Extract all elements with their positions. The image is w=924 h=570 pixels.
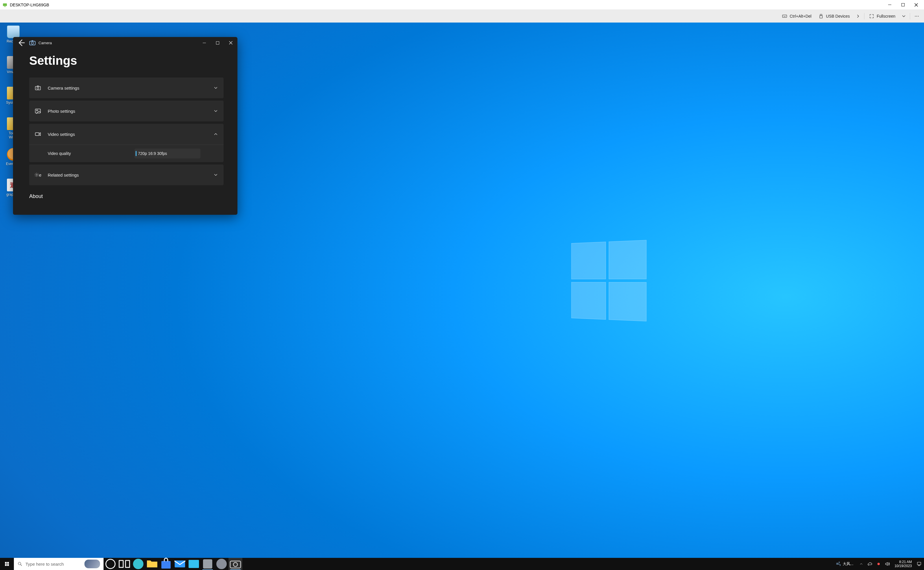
chevron-right-icon — [855, 14, 861, 19]
chevron-down-icon — [213, 85, 218, 90]
task-store[interactable] — [159, 558, 173, 570]
svg-point-31 — [233, 562, 238, 567]
task-mail[interactable] — [173, 558, 187, 570]
tray-weather[interactable]: 大风... — [833, 561, 856, 567]
ellipsis-icon — [914, 14, 919, 19]
task-settings[interactable] — [215, 558, 229, 570]
svg-point-21 — [106, 559, 115, 568]
wind-icon — [836, 561, 841, 567]
video-settings-row[interactable]: Video settings — [29, 124, 224, 144]
photos-icon — [187, 557, 201, 570]
back-button[interactable] — [15, 37, 26, 49]
camera-maximize-button[interactable] — [211, 37, 224, 49]
tray-overflow-button[interactable] — [858, 558, 864, 570]
svg-point-11 — [37, 87, 39, 89]
guest-desktop[interactable]: Recycl... VmwA... Sysinte... Tools- Win.… — [0, 23, 924, 570]
video-quality-label: Video quality — [48, 151, 135, 156]
toolbar-separator — [910, 13, 910, 19]
svg-point-24 — [133, 559, 143, 569]
svg-rect-23 — [126, 561, 130, 567]
svg-rect-4 — [820, 15, 822, 18]
camera-close-button[interactable] — [224, 37, 238, 49]
record-icon — [876, 562, 881, 566]
camera-window-titlebar[interactable]: Camera — [13, 37, 238, 49]
windows-icon — [5, 561, 9, 567]
toolbar-separator — [864, 13, 864, 19]
svg-point-20 — [18, 562, 21, 565]
tray-onedrive[interactable] — [867, 558, 873, 570]
vm-toolbar: Ctrl+Alt+Del USB Devices Fullscreen — [0, 10, 924, 23]
svg-rect-3 — [820, 14, 822, 15]
svg-rect-19 — [7, 564, 9, 566]
usb-icon — [818, 14, 824, 19]
speaker-icon — [885, 561, 890, 567]
camera-minimize-button[interactable] — [198, 37, 211, 49]
video-icon — [34, 131, 41, 138]
taskbar-search[interactable]: Type here to search — [14, 558, 104, 570]
tray-clock[interactable]: 8:21 AM 10/19/2023 — [893, 560, 913, 568]
tray-recording[interactable] — [875, 558, 882, 570]
svg-rect-17 — [7, 562, 9, 564]
task-explorer[interactable] — [145, 558, 159, 570]
taskbar-pinned — [104, 558, 243, 570]
camera-icon — [34, 84, 41, 91]
page-title: Settings — [29, 54, 224, 67]
fullscreen-more-button[interactable] — [899, 12, 908, 21]
task-photos[interactable] — [187, 558, 201, 570]
svg-point-7 — [918, 16, 918, 17]
svg-rect-16 — [5, 562, 7, 564]
svg-rect-27 — [189, 560, 199, 568]
host-close-button[interactable] — [910, 0, 923, 10]
video-quality-row: Video quality 720p 16:9 30fps — [29, 145, 224, 162]
fullscreen-icon — [869, 14, 874, 19]
chevron-down-icon — [901, 14, 906, 19]
taskbar-tray: 大风... 8:21 AM 10/19/2023 — [832, 558, 924, 570]
tray-action-center[interactable] — [916, 558, 922, 570]
usb-devices-button[interactable]: USB Devices — [815, 12, 853, 21]
video-settings-panel: Video quality 720p 16:9 30fps — [29, 144, 224, 162]
search-placeholder: Type here to search — [25, 562, 64, 567]
svg-rect-1 — [4, 6, 6, 7]
task-vmware[interactable] — [201, 558, 215, 570]
task-edge[interactable] — [131, 558, 145, 570]
cloud-icon — [867, 561, 873, 567]
mail-icon — [173, 557, 187, 570]
taskview-icon — [117, 557, 131, 570]
related-settings-row[interactable]: e Related settings — [29, 164, 224, 185]
svg-rect-33 — [917, 562, 921, 565]
folder-icon — [145, 557, 159, 570]
camera-app-icon — [29, 40, 36, 45]
task-camera[interactable] — [229, 558, 243, 570]
toolbar-overflow-button[interactable] — [912, 12, 922, 21]
vmware-icon — [201, 557, 215, 570]
svg-point-29 — [216, 559, 227, 569]
photo-icon — [34, 107, 41, 115]
svg-point-32 — [878, 563, 880, 565]
video-quality-dropdown[interactable]: 720p 16:9 30fps — [135, 149, 200, 158]
host-app-icon — [2, 2, 8, 8]
camera-settings-window: Camera Settings Camera settings Phot — [13, 37, 238, 215]
svg-rect-28 — [203, 559, 212, 568]
svg-point-6 — [916, 16, 917, 17]
svg-point-5 — [915, 16, 916, 17]
taskbar: Type here to search 大风... 8: — [0, 558, 924, 570]
photo-settings-row[interactable]: Photo settings — [29, 101, 224, 121]
ctrl-alt-del-button[interactable]: Ctrl+Alt+Del — [779, 12, 814, 21]
svg-rect-14 — [35, 133, 39, 136]
host-minimize-button[interactable] — [883, 0, 896, 10]
camera-settings-row[interactable]: Camera settings — [29, 77, 224, 98]
arrow-left-icon — [15, 37, 26, 49]
svg-rect-18 — [5, 564, 7, 566]
tray-volume[interactable] — [884, 558, 890, 570]
svg-rect-0 — [3, 3, 7, 6]
usb-devices-more-button[interactable] — [854, 12, 863, 21]
search-icon — [17, 561, 23, 567]
camera-icon — [229, 557, 243, 570]
start-button[interactable] — [0, 558, 14, 570]
svg-rect-26 — [175, 561, 185, 567]
svg-rect-2 — [783, 15, 787, 18]
fullscreen-button[interactable]: Fullscreen — [866, 12, 898, 21]
task-cortana[interactable] — [104, 558, 117, 570]
host-maximize-button[interactable] — [896, 0, 910, 10]
task-taskview[interactable] — [117, 558, 131, 570]
